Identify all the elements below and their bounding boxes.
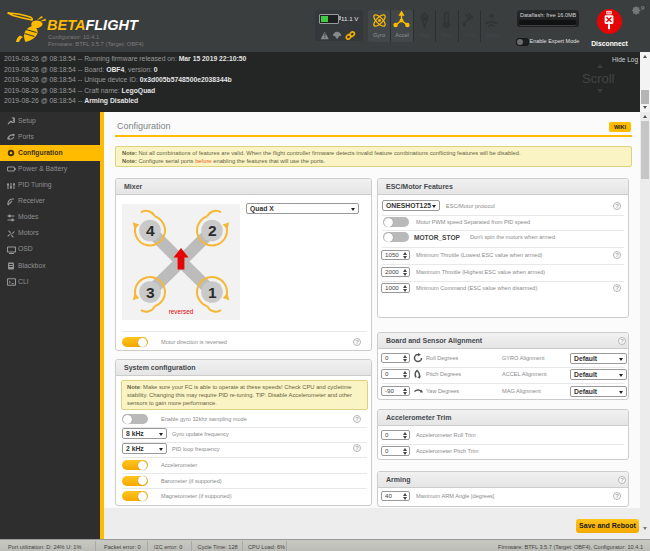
svg-text:3: 3 bbox=[146, 284, 155, 301]
svg-text:1: 1 bbox=[208, 284, 217, 301]
svg-text:reversed: reversed bbox=[169, 308, 194, 315]
svg-text:2: 2 bbox=[208, 222, 217, 239]
svg-text:4: 4 bbox=[146, 222, 155, 239]
svg-text:!: ! bbox=[324, 32, 326, 39]
